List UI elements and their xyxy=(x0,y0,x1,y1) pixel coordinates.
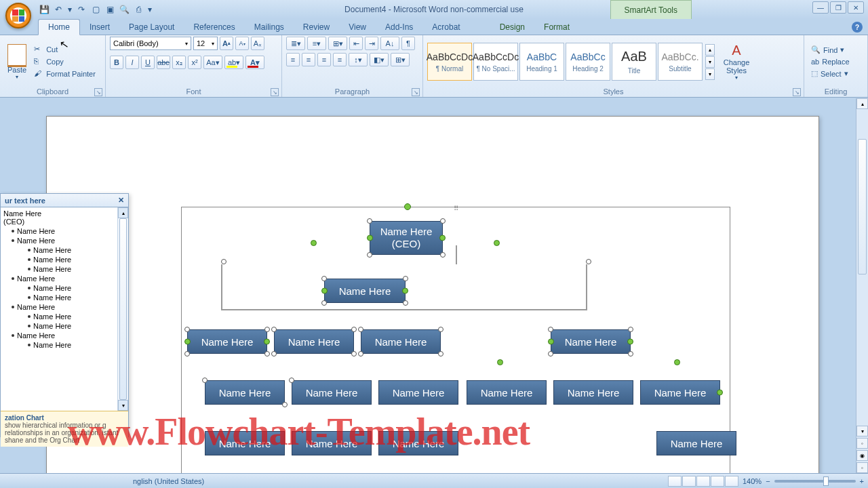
numbering-button[interactable]: ≡▾ xyxy=(307,37,326,50)
tab-mailings[interactable]: Mailings xyxy=(245,20,294,35)
superscript-button[interactable]: x² xyxy=(188,56,201,69)
font-color-button[interactable]: A▾ xyxy=(245,56,264,69)
align-center-button[interactable]: ≡ xyxy=(302,53,315,66)
align-left-button[interactable]: ≡ xyxy=(286,53,300,66)
styles-launcher-icon[interactable]: ↘ xyxy=(793,88,801,96)
paste-button[interactable]: Paste ▾ xyxy=(4,42,30,82)
tab-home[interactable]: Home xyxy=(38,19,80,35)
text-pane-item[interactable]: Name Here xyxy=(3,226,125,236)
clipboard-launcher-icon[interactable]: ↘ xyxy=(94,88,102,96)
subscript-button[interactable]: x₂ xyxy=(172,56,186,69)
text-pane-list[interactable]: Name Here (CEO) Name HereName HereName H… xyxy=(1,207,128,351)
qat-undo-dropdown-icon[interactable]: ▾ xyxy=(66,3,73,16)
text-pane-item[interactable]: Name Here xyxy=(3,340,125,350)
vertical-scrollbar[interactable]: ▴ ▾ ◦ ◉ ◦ xyxy=(856,98,868,473)
org-node[interactable]: Name Here xyxy=(378,380,458,405)
tab-addins[interactable]: Add-Ins xyxy=(376,20,422,35)
sort-button[interactable]: A↓ xyxy=(380,37,399,50)
text-pane-item[interactable]: Name Here xyxy=(3,283,125,293)
align-right-button[interactable]: ≡ xyxy=(317,53,331,66)
smartart-text-pane[interactable]: ur text here ✕ Name Here (CEO) Name Here… xyxy=(0,193,129,437)
underline-button[interactable]: U xyxy=(141,56,155,69)
font-launcher-icon[interactable]: ↘ xyxy=(271,88,279,96)
highlight-button[interactable]: ab▾ xyxy=(224,56,243,69)
view-print-layout-icon[interactable] xyxy=(668,476,682,487)
tab-acrobat[interactable]: Acrobat xyxy=(422,20,469,35)
zoom-in-icon[interactable]: + xyxy=(860,477,864,485)
status-language[interactable]: nglish (United States) xyxy=(133,477,204,485)
qat-undo-icon[interactable]: ↶ xyxy=(52,3,64,16)
paragraph-launcher-icon[interactable]: ↘ xyxy=(412,88,420,96)
text-pane-item[interactable]: Name Here xyxy=(3,255,125,264)
page[interactable]: ⠿ Name Here(CEO) Name Here xyxy=(46,116,819,473)
style-nospacing[interactable]: AaBbCcDc¶ No Spaci... xyxy=(473,43,518,81)
increase-indent-button[interactable]: ⇥ xyxy=(365,37,378,50)
replace-button[interactable]: abReplace xyxy=(808,57,852,66)
qat-new-icon[interactable]: ▢ xyxy=(90,3,102,16)
style-heading2[interactable]: AaBbCcHeading 2 xyxy=(566,43,610,81)
view-web-icon[interactable] xyxy=(696,476,710,487)
text-pane-scrollbar[interactable]: ▴ ▾ xyxy=(117,207,128,411)
org-node[interactable]: Name Here xyxy=(553,380,633,405)
tab-references[interactable]: References xyxy=(184,20,244,35)
text-pane-item[interactable]: Name Here xyxy=(3,274,125,283)
bullets-button[interactable]: ≣▾ xyxy=(286,37,305,50)
text-pane-item[interactable]: Name Here xyxy=(3,236,125,245)
qat-print-icon[interactable]: ⎙ xyxy=(132,3,144,16)
change-case-button[interactable]: Aa▾ xyxy=(203,56,222,69)
tab-view[interactable]: View xyxy=(339,20,376,35)
browse-object-icon[interactable]: ◉ xyxy=(856,450,868,461)
select-button[interactable]: ⬚Select ▾ xyxy=(808,68,852,79)
scroll-up-icon[interactable]: ▴ xyxy=(856,98,868,109)
prev-page-icon[interactable]: ◦ xyxy=(856,438,868,449)
tab-format[interactable]: Format xyxy=(534,20,579,35)
org-node[interactable]: Name Here xyxy=(292,380,372,405)
text-pane-item[interactable]: Name Here xyxy=(3,331,125,340)
justify-button[interactable]: ≡ xyxy=(333,53,347,66)
grow-font-icon[interactable]: A▴ xyxy=(220,37,233,50)
tab-design[interactable]: Design xyxy=(490,20,534,35)
tab-review[interactable]: Review xyxy=(294,20,339,35)
view-outline-icon[interactable] xyxy=(711,476,724,487)
text-pane-item[interactable]: Name Here xyxy=(3,302,125,312)
tab-page-layout[interactable]: Page Layout xyxy=(119,20,184,35)
org-node[interactable]: Name Here xyxy=(378,431,458,455)
org-node-assistant[interactable]: Name Here xyxy=(324,279,406,303)
styles-more-icon[interactable]: ▾ xyxy=(705,68,715,80)
next-page-icon[interactable]: ◦ xyxy=(856,462,868,473)
text-pane-item[interactable]: Name Here xyxy=(3,264,125,274)
text-pane-item[interactable]: Name Here xyxy=(3,312,125,321)
multilevel-button[interactable]: ⊞▾ xyxy=(328,37,347,50)
qat-customize-icon[interactable]: ▾ xyxy=(146,3,153,16)
strike-button[interactable]: abc xyxy=(157,56,170,69)
view-draft-icon[interactable] xyxy=(725,476,738,487)
styles-scroll-down-icon[interactable]: ▾ xyxy=(705,56,715,68)
org-node[interactable]: Name Here xyxy=(640,380,720,405)
org-node[interactable]: Name Here xyxy=(205,380,285,405)
org-node[interactable]: Name Here xyxy=(467,380,547,405)
show-marks-button[interactable]: ¶ xyxy=(401,37,415,50)
zoom-level[interactable]: 140% xyxy=(743,477,762,485)
italic-button[interactable]: I xyxy=(125,56,139,69)
org-node[interactable]: Name Here xyxy=(205,431,285,455)
styles-scroll-up-icon[interactable]: ▴ xyxy=(705,44,715,56)
clear-formatting-icon[interactable]: Aₓ xyxy=(251,37,264,50)
tab-insert[interactable]: Insert xyxy=(80,20,119,35)
org-node[interactable]: Name Here xyxy=(292,431,372,455)
minimize-button[interactable]: — xyxy=(812,1,829,14)
org-node[interactable]: Name Here xyxy=(187,329,267,354)
zoom-out-icon[interactable]: − xyxy=(766,477,770,485)
org-node[interactable]: Name Here xyxy=(361,329,441,354)
shrink-font-icon[interactable]: A▾ xyxy=(235,37,249,50)
text-pane-close-icon[interactable]: ✕ xyxy=(118,196,124,205)
style-subtitle[interactable]: AaBbCc.Subtitle xyxy=(658,43,703,81)
qat-preview-icon[interactable]: 🔍 xyxy=(118,3,130,16)
org-node[interactable]: Name Here xyxy=(656,431,736,455)
view-fullscreen-icon[interactable] xyxy=(682,476,696,487)
org-node-ceo[interactable]: Name Here(CEO) xyxy=(370,221,443,255)
close-button[interactable]: ✕ xyxy=(848,1,864,14)
change-styles-button[interactable]: A Change Styles ▾ xyxy=(720,43,753,81)
find-button[interactable]: 🔍Find ▾ xyxy=(808,45,852,55)
org-node[interactable]: Name Here xyxy=(551,329,631,354)
style-title[interactable]: AaBTitle xyxy=(612,43,656,81)
